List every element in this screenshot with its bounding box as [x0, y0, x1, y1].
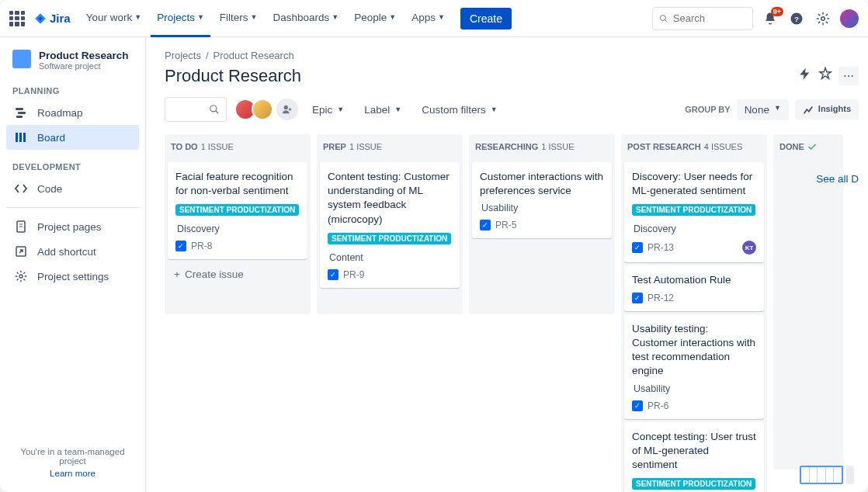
nav-your-work[interactable]: Your work▼ — [80, 0, 148, 37]
card-label: Usability — [481, 203, 604, 213]
notification-badge: 9+ — [771, 7, 783, 16]
project-header[interactable]: Product Research Software project — [6, 50, 139, 81]
board-icon — [14, 130, 28, 144]
search-icon — [209, 104, 220, 115]
column-header[interactable]: DONE — [773, 134, 843, 159]
see-all-done[interactable]: See all D — [816, 173, 859, 185]
nav-apps[interactable]: Apps▼ — [405, 0, 451, 37]
svg-point-0 — [660, 15, 665, 20]
chevron-down-icon: ▼ — [389, 13, 396, 21]
issue-card[interactable]: Usability testing: Customer interactions… — [624, 314, 764, 419]
help-icon[interactable]: ? — [787, 9, 806, 28]
card-label: Usability — [634, 383, 756, 394]
chevron-down-icon: ▼ — [491, 106, 498, 113]
column-header[interactable]: TO DO 1 ISSUE — [165, 134, 311, 159]
sidebar-item-board[interactable]: Board — [6, 125, 139, 150]
card-title: Facial feature recognition for non-verba… — [175, 170, 300, 198]
sidebar-item-project-settings[interactable]: Project settings — [6, 264, 139, 289]
issue-key: PR-12 — [648, 293, 674, 303]
insights-button[interactable]: Insights — [795, 99, 859, 120]
issue-key: PR-6 — [648, 400, 668, 411]
assignee-avatar[interactable]: KT — [742, 241, 756, 255]
chevron-down-icon: ▼ — [394, 106, 401, 113]
epic-tag: SENTIMENT PRODUCTIZATION — [175, 204, 299, 216]
star-icon[interactable] — [818, 67, 832, 85]
board-column-done: DONE — [773, 134, 843, 492]
issue-key: PR-8 — [191, 241, 212, 251]
roadmap-icon — [14, 106, 28, 120]
gear-icon — [14, 269, 28, 283]
check-icon — [807, 142, 817, 151]
project-name: Product Research — [39, 50, 129, 61]
issue-card[interactable]: Concept testing: User trust of ML-genera… — [624, 422, 764, 492]
task-type-icon: ✓ — [632, 400, 643, 411]
breadcrumb-root[interactable]: Projects — [165, 50, 201, 61]
notifications-icon[interactable]: 9+ — [761, 9, 779, 28]
chevron-down-icon: ▼ — [438, 13, 445, 21]
chevron-down-icon: ▼ — [337, 106, 344, 113]
filter-label[interactable]: Label▼ — [358, 99, 408, 120]
jira-logo[interactable]: Jira — [34, 12, 71, 25]
automation-icon[interactable] — [798, 67, 812, 85]
app-switcher-icon[interactable] — [9, 11, 25, 26]
filter-epic[interactable]: Epic▼ — [306, 99, 350, 120]
nav-people[interactable]: People▼ — [348, 0, 402, 37]
settings-icon[interactable] — [814, 9, 832, 28]
chevron-down-icon: ▼ — [197, 13, 204, 21]
group-by-label: GROUP BY — [685, 105, 730, 114]
search-icon — [659, 13, 668, 24]
more-icon[interactable]: ⋯ — [838, 67, 859, 85]
page-title: Product Research — [165, 66, 301, 86]
board-minimap[interactable] — [800, 466, 854, 484]
sidebar-item-code[interactable]: Code — [6, 176, 139, 201]
board-column: POST RESEARCH 4 ISSUESDiscovery: User ne… — [621, 134, 767, 492]
board: TO DO 1 ISSUEFacial feature recognition … — [165, 134, 859, 492]
sidebar-section-development: DEVELOPMENT — [6, 158, 139, 176]
issue-card[interactable]: Content testing: Customer understanding … — [320, 162, 460, 288]
nav-filters[interactable]: Filters▼ — [214, 0, 264, 37]
search-input[interactable] — [673, 12, 746, 24]
nav-projects[interactable]: Projects▼ — [151, 0, 210, 37]
chevron-down-icon: ▼ — [774, 104, 781, 116]
create-issue-button[interactable]: +Create issue — [168, 262, 307, 286]
column-header[interactable]: POST RESEARCH 4 ISSUES — [621, 134, 767, 159]
card-label: Discovery — [177, 223, 300, 234]
svg-rect-5 — [16, 108, 23, 110]
nav-dashboards[interactable]: Dashboards▼ — [267, 0, 345, 37]
jira-icon — [34, 12, 47, 25]
epic-tag: SENTIMENT PRODUCTIZATION — [632, 204, 755, 216]
svg-point-18 — [284, 106, 288, 109]
svg-rect-10 — [23, 133, 26, 142]
issue-key: PR-13 — [648, 242, 674, 253]
card-title: Content testing: Customer understanding … — [328, 170, 452, 227]
column-header[interactable]: PREP 1 ISSUE — [317, 134, 463, 159]
task-type-icon: ✓ — [632, 242, 643, 253]
breadcrumb-current[interactable]: Product Research — [214, 50, 294, 61]
global-search[interactable] — [652, 7, 753, 30]
avatar[interactable] — [252, 99, 273, 120]
issue-card[interactable]: Discovery: User needs for ML-generated s… — [624, 162, 764, 262]
task-type-icon: ✓ — [175, 241, 186, 251]
breadcrumb: Projects / Product Research — [165, 50, 859, 61]
project-icon — [12, 50, 31, 68]
sidebar-item-roadmap[interactable]: Roadmap — [6, 100, 139, 125]
board-search[interactable] — [165, 97, 227, 122]
board-column: TO DO 1 ISSUEFacial feature recognition … — [165, 134, 311, 492]
board-column: PREP 1 ISSUEContent testing: Customer un… — [317, 134, 463, 492]
issue-card[interactable]: Test Automation Rule✓PR-12 — [624, 265, 764, 310]
card-title: Customer interactions with preferences s… — [480, 170, 604, 198]
profile-avatar[interactable] — [840, 9, 859, 28]
filter-custom[interactable]: Custom filters▼ — [415, 99, 503, 120]
learn-more-link[interactable]: Learn more — [14, 469, 131, 478]
issue-card[interactable]: Customer interactions with preferences s… — [472, 162, 612, 238]
create-button[interactable]: Create — [460, 8, 512, 29]
sidebar-item-project-pages[interactable]: Project pages — [6, 214, 139, 239]
card-title: Test Automation Rule — [632, 273, 756, 287]
topbar: Jira Your work▼ Projects▼ Filters▼ Dashb… — [0, 0, 868, 37]
sidebar-item-add-shortcut[interactable]: Add shortcut — [6, 239, 139, 264]
column-header[interactable]: RESEARCHING 1 ISSUE — [469, 134, 615, 159]
chevron-down-icon: ▼ — [332, 13, 339, 21]
group-by-select[interactable]: None▼ — [737, 99, 789, 120]
add-people-button[interactable] — [276, 99, 298, 120]
issue-card[interactable]: Facial feature recognition for non-verba… — [168, 162, 307, 259]
